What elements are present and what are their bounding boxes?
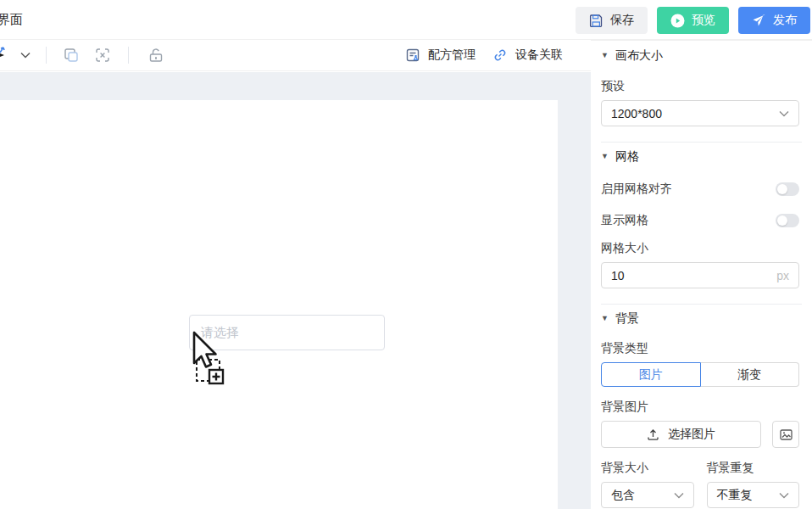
section-grid-title: 网格	[615, 149, 639, 165]
toolbar-right-group: 配方管理 设备关联	[405, 48, 591, 63]
toggle-knob	[777, 215, 787, 226]
recipe-label: 配方管理	[428, 48, 476, 63]
toolbar: 配方管理 设备关联	[0, 40, 591, 71]
image-icon	[779, 428, 793, 442]
header-actions: 保存 预览 发布	[576, 7, 810, 34]
unlock-icon[interactable]	[145, 44, 167, 66]
publish-button[interactable]: 发布	[738, 7, 810, 34]
background-repeat-value: 不重复	[717, 488, 753, 503]
save-icon	[589, 14, 603, 28]
preset-value: 1200*800	[611, 107, 662, 120]
app-window: 界面 保存 预览	[0, 0, 812, 509]
background-type-gradient-tab[interactable]: 渐变	[701, 362, 800, 387]
recipe-management-button[interactable]: 配方管理	[405, 48, 476, 63]
delete-selection-icon[interactable]	[92, 44, 114, 66]
save-label: 保存	[610, 13, 634, 28]
chevron-down-icon	[779, 110, 789, 117]
page-title: 界面	[0, 12, 23, 28]
preview-button[interactable]: 预览	[657, 7, 729, 34]
select-widget[interactable]: 请选择	[189, 315, 385, 350]
section-canvas-size[interactable]: ▼ 画布大小	[601, 48, 799, 64]
toolbar-divider	[128, 47, 129, 64]
grid-size-value: 10	[611, 269, 625, 282]
properties-panel: ▼ 画布大小 预设 1200*800 ▼ 网格 启用网格对齐 显示网格 网格大小…	[591, 40, 812, 509]
grid-size-label: 网格大小	[601, 241, 799, 256]
toolbar-divider	[46, 47, 47, 64]
duplicate-icon[interactable]	[60, 44, 82, 66]
collapse-triangle-icon: ▼	[601, 51, 609, 59]
grid-snap-row: 启用网格对齐	[601, 182, 799, 197]
grid-show-label: 显示网格	[601, 213, 648, 228]
select-widget-placeholder: 请选择	[190, 325, 239, 341]
device-link-button[interactable]: 设备关联	[492, 48, 563, 63]
play-icon	[670, 14, 685, 28]
preset-select[interactable]: 1200*800	[601, 100, 799, 126]
background-size-label: 背景大小	[601, 461, 694, 476]
chevron-down-icon[interactable]	[14, 44, 36, 66]
toolbar-left-group	[0, 40, 167, 70]
collapse-triangle-icon: ▼	[601, 314, 609, 322]
recipe-icon	[405, 48, 420, 63]
section-background-title: 背景	[615, 311, 639, 327]
grid-snap-label: 启用网格对齐	[601, 182, 672, 197]
background-size-value: 包含	[611, 488, 635, 503]
image-library-button[interactable]	[772, 421, 799, 448]
section-grid[interactable]: ▼ 网格	[601, 149, 799, 165]
link-icon	[492, 48, 508, 63]
background-type-label: 背景类型	[601, 341, 799, 356]
grid-snap-toggle[interactable]	[776, 182, 799, 196]
background-type-image-tab[interactable]: 图片	[601, 362, 701, 387]
chevron-down-icon	[674, 492, 684, 499]
select-image-button[interactable]: 选择图片	[601, 421, 761, 448]
section-background[interactable]: ▼ 背景	[601, 311, 799, 327]
chevron-down-icon	[779, 492, 789, 499]
grid-size-unit: px	[776, 269, 789, 282]
background-size-repeat-labels: 背景大小 背景重复	[601, 461, 799, 476]
background-type-segmented: 图片 渐变	[601, 362, 799, 387]
grid-show-toggle[interactable]	[776, 214, 799, 227]
header: 界面 保存 预览	[0, 0, 812, 40]
section-canvas-size-title: 画布大小	[615, 48, 663, 64]
background-repeat-label: 背景重复	[707, 461, 800, 476]
upload-icon	[647, 428, 659, 441]
design-canvas[interactable]: 请选择	[0, 100, 558, 509]
device-link-label: 设备关联	[515, 48, 563, 63]
grid-show-row: 显示网格	[601, 213, 799, 228]
toggle-knob	[777, 184, 787, 194]
publish-label: 发布	[773, 13, 797, 28]
background-image-label: 背景图片	[601, 400, 799, 415]
background-repeat-select[interactable]: 不重复	[707, 482, 800, 508]
background-size-select[interactable]: 包含	[601, 482, 694, 508]
select-image-label: 选择图片	[668, 427, 715, 442]
background-image-row: 选择图片	[601, 421, 799, 448]
workspace: 请选择	[0, 72, 591, 509]
section-divider	[601, 142, 802, 143]
select-tool-icon[interactable]	[0, 44, 14, 66]
background-size-repeat-row: 包含 不重复	[601, 482, 799, 508]
grid-size-input[interactable]: 10 px	[601, 262, 799, 288]
save-button[interactable]: 保存	[576, 7, 648, 34]
preset-label: 预设	[601, 79, 799, 94]
collapse-triangle-icon: ▼	[601, 152, 609, 160]
paper-plane-icon	[752, 14, 766, 28]
preview-label: 预览	[692, 13, 715, 28]
section-divider	[601, 304, 802, 305]
